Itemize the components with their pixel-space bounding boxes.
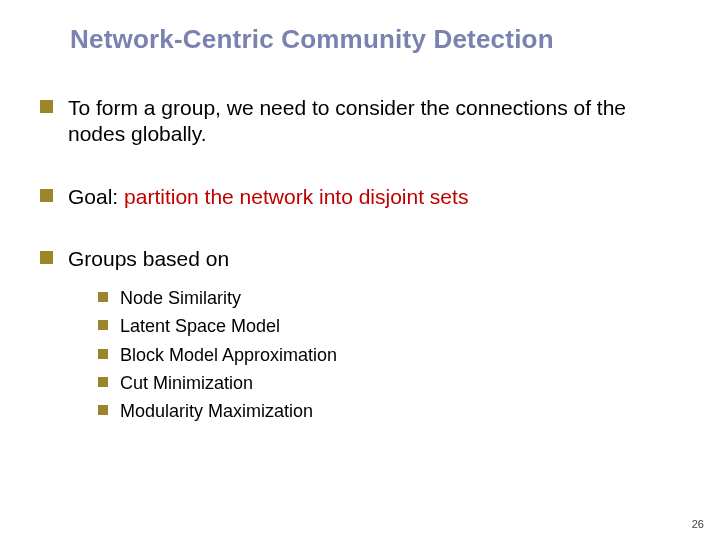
bullet-text: Groups based on xyxy=(68,247,229,270)
sub-bullet-item: Latent Space Model xyxy=(98,314,680,338)
bullet-prefix: Goal: xyxy=(68,185,124,208)
bullet-list: To form a group, we need to consider the… xyxy=(40,95,680,423)
bullet-highlight: partition the network into disjoint sets xyxy=(124,185,468,208)
sub-bullet-list: Node Similarity Latent Space Model Block… xyxy=(68,286,680,423)
sub-bullet-item: Block Model Approximation xyxy=(98,343,680,367)
bullet-text: To form a group, we need to consider the… xyxy=(68,96,626,145)
sub-bullet-item: Cut Minimization xyxy=(98,371,680,395)
slide: Network-Centric Community Detection To f… xyxy=(0,0,720,540)
slide-title: Network-Centric Community Detection xyxy=(70,24,680,55)
bullet-item: Goal: partition the network into disjoin… xyxy=(40,184,680,210)
bullet-item: Groups based on Node Similarity Latent S… xyxy=(40,246,680,424)
sub-bullet-item: Node Similarity xyxy=(98,286,680,310)
page-number: 26 xyxy=(692,518,704,530)
bullet-item: To form a group, we need to consider the… xyxy=(40,95,680,148)
sub-bullet-item: Modularity Maximization xyxy=(98,399,680,423)
